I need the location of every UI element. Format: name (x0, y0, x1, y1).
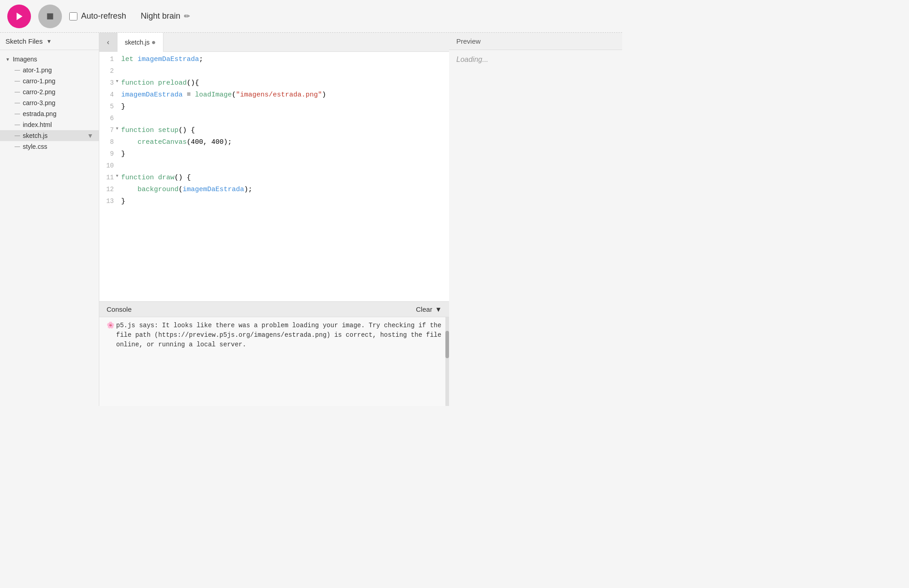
preview-body: Loading... (449, 50, 622, 406)
file-icon: — (15, 100, 20, 106)
clear-label: Clear (416, 305, 432, 313)
edit-icon[interactable]: ✏ (184, 12, 190, 20)
file-icon: — (15, 89, 20, 95)
line-number-9: 9 (99, 150, 121, 157)
code-line-11: 11▼ function draw() { (99, 174, 449, 186)
play-icon (14, 11, 24, 21)
code-content-9: } (121, 150, 449, 158)
sidebar-tree: ▼ Imagens — ator-1.png — carro-1.png — c… (0, 50, 99, 406)
file-style-css[interactable]: — style.css (0, 141, 99, 152)
code-line-1: 1 let imagemDaEstrada; (99, 56, 449, 67)
line-number-12: 12 (99, 186, 121, 193)
file-label: carro-2.png (23, 88, 56, 96)
code-editor[interactable]: 1 let imagemDaEstrada; 2 3▼ function pre… (99, 52, 449, 301)
scrollbar-thumb (445, 331, 449, 358)
editor-console-area: ‹ sketch.js ● 1 let imagemDaEstrada; 2 3… (99, 33, 449, 406)
code-content-8: createCanvas(400, 400); (121, 138, 449, 146)
code-content-11: function draw() { (121, 174, 449, 182)
code-line-2: 2 (99, 67, 449, 79)
auto-refresh-text: Auto-refresh (81, 11, 126, 21)
svg-rect-1 (47, 13, 53, 19)
file-label: ator-1.png (23, 66, 52, 74)
file-label: style.css (23, 143, 47, 150)
chevron-icon: ▼ (435, 305, 442, 313)
line-number-1: 1 (99, 56, 121, 63)
file-label: index.html (23, 121, 52, 128)
stop-button[interactable] (38, 5, 62, 28)
file-label: carro-1.png (23, 77, 56, 85)
error-icon: 🌸 (107, 321, 114, 330)
code-line-6: 6 (99, 115, 449, 127)
console-message: 🌸 p5.js says: It looks like there was a … (107, 321, 442, 350)
toolbar: Auto-refresh Night brain ✏ (0, 0, 622, 33)
sidebar-title: Sketch Files (5, 37, 43, 45)
folder-triangle-icon: ▼ (5, 57, 10, 62)
code-content-1: let imagemDaEstrada; (121, 56, 449, 63)
auto-refresh-checkbox[interactable] (69, 12, 77, 20)
preview-title: Preview (456, 37, 480, 45)
code-content-12: background(imagemDaEstrada); (121, 186, 449, 193)
stop-icon (46, 12, 55, 21)
tab-modified-indicator: ● (151, 38, 156, 46)
line-number-10: 10 (99, 162, 121, 169)
code-line-12: 12 background(imagemDaEstrada); (99, 186, 449, 198)
file-estrada-png[interactable]: — estrada.png (0, 108, 99, 119)
code-line-9: 9 } (99, 150, 449, 162)
file-label: estrada.png (23, 110, 56, 117)
code-line-3: 3▼ function preload(){ (99, 79, 449, 91)
code-content-4: imagemDaEstrada = loadImage("imagens/est… (121, 91, 449, 99)
console-title: Console (107, 305, 132, 313)
play-button[interactable] (7, 5, 31, 28)
code-line-10: 10 (99, 162, 449, 174)
line-number-3: 3▼ (99, 79, 121, 86)
file-carro-1-png[interactable]: — carro-1.png (0, 76, 99, 86)
auto-refresh-label: Auto-refresh (69, 11, 126, 21)
console-header: Console Clear ▼ (99, 302, 449, 317)
file-carro-3-png[interactable]: — carro-3.png (0, 97, 99, 108)
file-icon: — (15, 78, 20, 84)
console-clear-button[interactable]: Clear ▼ (416, 305, 442, 313)
code-content-3: function preload(){ (121, 79, 449, 87)
code-content-5: } (121, 103, 449, 111)
chevron-down-icon[interactable]: ▼ (46, 38, 52, 45)
tab-bar: ‹ sketch.js ● (99, 33, 449, 52)
code-line-13: 13 } (99, 198, 449, 209)
line-number-11: 11▼ (99, 174, 121, 181)
tab-sketch-js[interactable]: sketch.js ● (117, 33, 163, 52)
file-ator-1-png[interactable]: — ator-1.png (0, 65, 99, 76)
file-label: sketch.js (23, 132, 47, 139)
preview-header: Preview (449, 33, 622, 50)
back-icon: ‹ (107, 38, 109, 46)
file-icon: — (15, 143, 20, 150)
console-area: Console Clear ▼ 🌸 p5.js says: It looks l… (99, 301, 449, 406)
file-icon: — (15, 122, 20, 128)
line-number-5: 5 (99, 103, 121, 110)
file-index-html[interactable]: — index.html (0, 119, 99, 130)
main-area: Sketch Files ▼ ▼ Imagens — ator-1.png — … (0, 33, 622, 406)
folder-imagens-label: Imagens (13, 56, 37, 63)
line-number-6: 6 (99, 115, 121, 122)
line-number-2: 2 (99, 67, 121, 75)
line-number-13: 13 (99, 198, 121, 205)
file-sketch-js[interactable]: — sketch.js ▼ (0, 130, 99, 141)
line-number-8: 8 (99, 138, 121, 146)
code-content-13: } (121, 198, 449, 205)
night-brain-text: Night brain (141, 11, 180, 21)
file-icon: — (15, 67, 20, 73)
console-message-text: p5.js says: It looks like there was a pr… (116, 321, 442, 350)
code-content-7: function setup() { (121, 127, 449, 134)
line-number-7: 7▼ (99, 127, 121, 134)
preview-panel: Preview Loading... (449, 33, 622, 406)
file-carro-2-png[interactable]: — carro-2.png (0, 86, 99, 97)
scrollbar[interactable] (445, 317, 449, 406)
code-line-7: 7▼ function setup() { (99, 127, 449, 138)
back-button[interactable]: ‹ (99, 33, 117, 52)
code-line-8: 8 createCanvas(400, 400); (99, 138, 449, 150)
file-options-icon[interactable]: ▼ (87, 132, 93, 139)
file-label: carro-3.png (23, 99, 56, 106)
code-line-5: 5 } (99, 103, 449, 115)
loading-text: Loading... (456, 56, 488, 64)
night-brain-label: Night brain ✏ (141, 11, 190, 21)
code-line-4: 4 imagemDaEstrada = loadImage("imagens/e… (99, 91, 449, 103)
folder-imagens[interactable]: ▼ Imagens (0, 54, 99, 65)
